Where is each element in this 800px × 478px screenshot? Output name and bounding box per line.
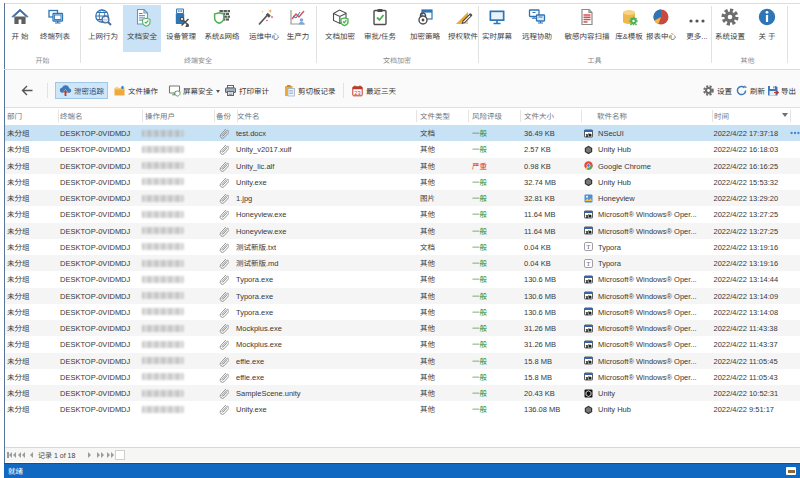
svg-text:T: T	[587, 259, 591, 266]
svg-text:T: T	[587, 243, 591, 250]
svg-text:23: 23	[354, 90, 360, 96]
